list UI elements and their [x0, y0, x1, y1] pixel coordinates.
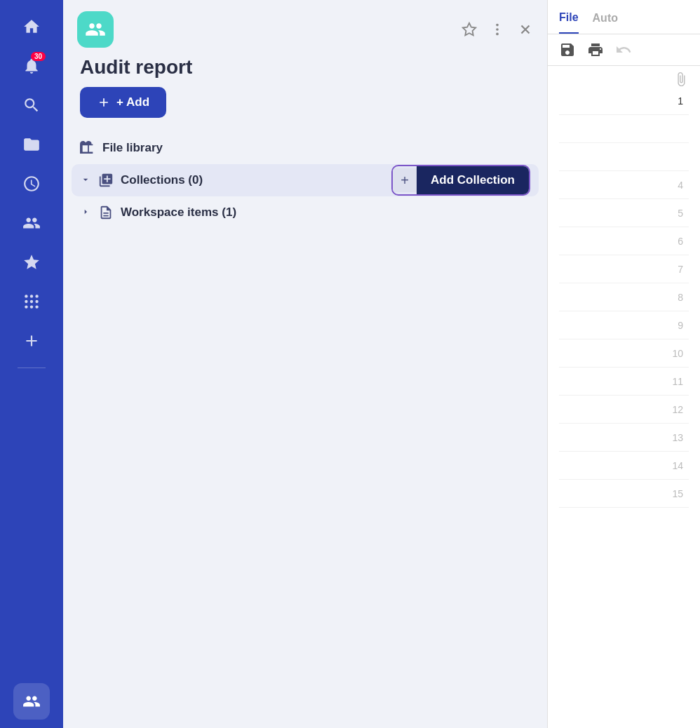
right-panel-header: File Auto — [548, 0, 700, 34]
panel-app-icon — [77, 11, 114, 48]
add-button[interactable]: + Add — [80, 87, 166, 118]
svg-point-4 — [30, 300, 33, 303]
right-panel: File Auto 1 4 — [547, 0, 700, 728]
svg-point-7 — [30, 305, 33, 308]
undo-button[interactable] — [615, 41, 632, 58]
page-title: Audit report — [80, 56, 530, 79]
search-icon[interactable] — [13, 87, 50, 123]
svg-point-11 — [496, 28, 499, 31]
file-library-item[interactable]: File library — [72, 132, 539, 164]
row-5: 5 — [559, 199, 689, 227]
sidebar: 30 — [0, 0, 63, 728]
sidebar-divider — [18, 368, 46, 368]
workspace-items-label: Workspace items (1) — [121, 205, 236, 220]
row-3 — [559, 143, 689, 171]
file-library-icon — [80, 140, 95, 156]
star-icon[interactable] — [13, 244, 50, 281]
svg-point-6 — [25, 305, 27, 308]
panel-header-actions — [462, 22, 533, 37]
main-panel: Audit report + Add File library — [63, 0, 547, 728]
collections-item[interactable]: Collections (0) + Add Collection — [72, 164, 539, 196]
svg-point-3 — [25, 300, 27, 303]
row-8: 8 — [559, 283, 689, 311]
row-13: 13 — [559, 424, 689, 452]
spreadsheet-area: 1 4 5 6 7 8 9 10 11 12 13 14 15 — [548, 66, 700, 728]
svg-marker-9 — [463, 23, 476, 35]
tab-auto[interactable]: Auto — [593, 12, 618, 33]
bell-icon[interactable]: 30 — [13, 48, 50, 84]
row-1: 1 — [559, 87, 689, 115]
attach-icon — [548, 66, 700, 87]
grid-dots-icon[interactable] — [13, 283, 50, 320]
svg-point-2 — [35, 295, 38, 297]
panel-title-row: Audit report — [63, 56, 547, 87]
add-btn-row: + Add — [63, 87, 547, 132]
row-7: 7 — [559, 255, 689, 283]
file-library-label: File library — [102, 141, 163, 155]
app-icon-bottom[interactable] — [13, 683, 50, 720]
row-4: 4 — [559, 171, 689, 199]
right-toolbar — [548, 34, 700, 66]
tab-file[interactable]: File — [559, 11, 579, 34]
home-icon[interactable] — [13, 8, 50, 45]
svg-point-1 — [30, 295, 33, 297]
collections-chevron — [80, 174, 91, 187]
svg-point-10 — [496, 24, 499, 27]
print-button[interactable] — [587, 41, 604, 58]
close-button[interactable] — [518, 22, 533, 37]
notification-badge: 30 — [31, 52, 46, 61]
row-2 — [559, 115, 689, 143]
row-10: 10 — [559, 339, 689, 368]
workspace-items-chevron — [80, 206, 91, 220]
collections-icon — [98, 173, 114, 188]
row-11: 11 — [559, 368, 689, 396]
workspace-items-item[interactable]: Workspace items (1) — [72, 196, 539, 229]
panel-header — [63, 0, 547, 56]
add-collection-tooltip: Add Collection — [417, 166, 529, 194]
add-collection-button[interactable]: + — [393, 168, 417, 192]
favorite-button[interactable] — [462, 22, 477, 37]
people-icon[interactable] — [13, 205, 50, 241]
row-6: 6 — [559, 227, 689, 255]
workspace-items-icon — [98, 205, 114, 220]
folder-icon[interactable] — [13, 126, 50, 163]
svg-point-5 — [35, 300, 38, 303]
svg-point-12 — [496, 33, 499, 36]
panel-content: File library Collections (0) — [63, 132, 547, 728]
row-14: 14 — [559, 452, 689, 480]
row-15: 15 — [559, 480, 689, 508]
svg-point-8 — [35, 305, 38, 308]
row-9: 9 — [559, 311, 689, 339]
more-menu-button[interactable] — [490, 22, 505, 37]
row-12: 12 — [559, 396, 689, 424]
add-icon[interactable] — [13, 323, 50, 359]
svg-point-0 — [25, 295, 27, 297]
save-button[interactable] — [559, 41, 576, 58]
row-numbers: 1 4 5 6 7 8 9 10 11 12 13 14 15 — [548, 87, 700, 508]
collections-label: Collections (0) — [121, 173, 203, 187]
clock-icon[interactable] — [13, 166, 50, 202]
